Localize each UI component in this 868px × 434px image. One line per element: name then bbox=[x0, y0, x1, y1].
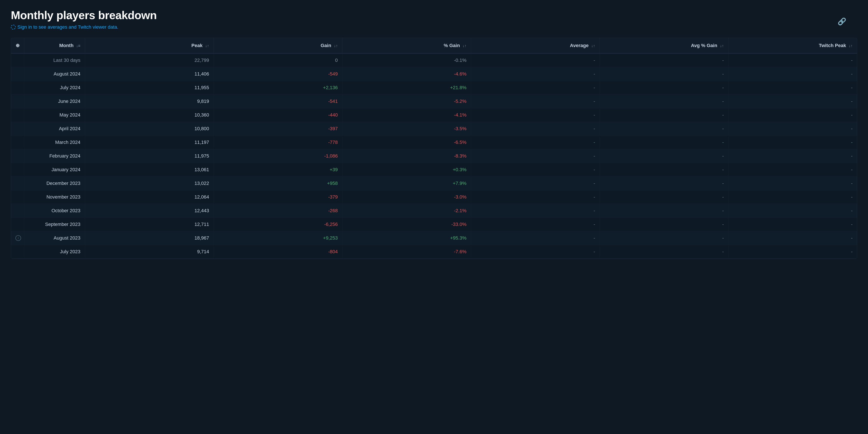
page-wrapper: Monthly players breakdown Sign in to see… bbox=[11, 9, 857, 259]
row-pct-gain: -3.5% bbox=[342, 122, 471, 135]
row-pct-gain: +7.9% bbox=[342, 177, 471, 190]
row-icon-cell bbox=[11, 163, 24, 177]
row-peak: 11,955 bbox=[85, 81, 214, 95]
row-pct-gain: -8.3% bbox=[342, 149, 471, 163]
col-gain[interactable]: Gain ↓↑ bbox=[214, 38, 342, 53]
col-pct-gain[interactable]: % Gain ↓↑ bbox=[342, 38, 471, 53]
row-twitch-peak: - bbox=[728, 81, 857, 95]
table-row: September 202312,711-6,256-33.0%--- bbox=[11, 218, 857, 231]
table-row: Last 30 days22,7990-0.1%--- bbox=[11, 53, 857, 67]
row-avg-pct-gain: - bbox=[599, 245, 728, 259]
col-month-label: Month bbox=[59, 43, 73, 48]
col-pct-gain-label: % Gain bbox=[444, 43, 460, 48]
col-peak[interactable]: Peak ↓↑ bbox=[85, 38, 214, 53]
row-icon-cell bbox=[11, 135, 24, 149]
table-row: March 202411,197-778-6.5%--- bbox=[11, 135, 857, 149]
row-icon-cell bbox=[11, 122, 24, 135]
sign-in-notice: Sign in to see averages and Twitch viewe… bbox=[11, 24, 857, 30]
row-pct-gain: -7.6% bbox=[342, 245, 471, 259]
row-icon-cell bbox=[11, 204, 24, 218]
row-month: October 2023 bbox=[24, 204, 85, 218]
row-average: - bbox=[471, 122, 599, 135]
col-twitch-peak[interactable]: Twitch Peak ↓↑ bbox=[728, 38, 857, 53]
row-month: March 2024 bbox=[24, 135, 85, 149]
row-gain: -397 bbox=[214, 122, 342, 135]
col-peak-sort-icon: ↓↑ bbox=[205, 43, 209, 48]
row-icon-cell bbox=[11, 245, 24, 259]
row-twitch-peak: - bbox=[728, 135, 857, 149]
row-average: - bbox=[471, 67, 599, 81]
row-avg-pct-gain: - bbox=[599, 177, 728, 190]
row-avg-pct-gain: - bbox=[599, 135, 728, 149]
row-twitch-peak: - bbox=[728, 245, 857, 259]
row-icon-cell bbox=[11, 218, 24, 231]
row-pct-gain: -33.0% bbox=[342, 218, 471, 231]
row-twitch-peak: - bbox=[728, 53, 857, 67]
row-peak: 11,197 bbox=[85, 135, 214, 149]
table-row: June 20249,819-541-5.2%--- bbox=[11, 95, 857, 108]
row-icon-cell bbox=[11, 108, 24, 122]
row-icon-cell bbox=[11, 177, 24, 190]
col-pct-gain-sort-icon: ↓↑ bbox=[463, 43, 467, 48]
row-avg-pct-gain: - bbox=[599, 81, 728, 95]
row-pct-gain: +0.3% bbox=[342, 163, 471, 177]
row-month: July 2023 bbox=[24, 245, 85, 259]
row-twitch-peak: - bbox=[728, 204, 857, 218]
row-month: July 2024 bbox=[24, 81, 85, 95]
row-pct-gain: -6.5% bbox=[342, 135, 471, 149]
row-peak: 22,799 bbox=[85, 53, 214, 67]
table-header-row: ⊕ Month ↓≡ Peak ↓↑ Gain ↓↑ % bbox=[11, 38, 857, 53]
row-peak: 11,406 bbox=[85, 67, 214, 81]
row-average: - bbox=[471, 108, 599, 122]
col-average[interactable]: Average ↓↑ bbox=[471, 38, 599, 53]
table-row: December 202313,022+958+7.9%--- bbox=[11, 177, 857, 190]
row-month: September 2023 bbox=[24, 218, 85, 231]
row-icon-cell bbox=[11, 190, 24, 204]
row-gain: +958 bbox=[214, 177, 342, 190]
row-pct-gain: -0.1% bbox=[342, 53, 471, 67]
row-month: August 2024 bbox=[24, 67, 85, 81]
table-row: November 202312,064-379-3.0%--- bbox=[11, 190, 857, 204]
row-avg-pct-gain: - bbox=[599, 122, 728, 135]
col-month[interactable]: Month ↓≡ bbox=[24, 38, 85, 53]
row-peak: 18,967 bbox=[85, 231, 214, 245]
row-peak: 10,360 bbox=[85, 108, 214, 122]
row-gain: -541 bbox=[214, 95, 342, 108]
col-avg-pct-gain[interactable]: Avg % Gain ↓↑ bbox=[599, 38, 728, 53]
row-gain: -440 bbox=[214, 108, 342, 122]
row-average: - bbox=[471, 95, 599, 108]
row-twitch-peak: - bbox=[728, 122, 857, 135]
row-average: - bbox=[471, 177, 599, 190]
row-avg-pct-gain: - bbox=[599, 67, 728, 81]
row-average: - bbox=[471, 231, 599, 245]
row-month: January 2024 bbox=[24, 163, 85, 177]
row-peak: 13,022 bbox=[85, 177, 214, 190]
row-gain: -379 bbox=[214, 190, 342, 204]
table-row: July 20239,714-804-7.6%--- bbox=[11, 245, 857, 259]
row-peak: 12,443 bbox=[85, 204, 214, 218]
row-avg-pct-gain: - bbox=[599, 163, 728, 177]
row-avg-pct-gain: - bbox=[599, 231, 728, 245]
row-avg-pct-gain: - bbox=[599, 190, 728, 204]
table-row: May 202410,360-440-4.1%--- bbox=[11, 108, 857, 122]
row-peak: 10,800 bbox=[85, 122, 214, 135]
row-pct-gain: +95.3% bbox=[342, 231, 471, 245]
sign-in-text[interactable]: Sign in to see averages and Twitch viewe… bbox=[18, 24, 119, 30]
row-pct-gain: -3.0% bbox=[342, 190, 471, 204]
row-twitch-peak: - bbox=[728, 218, 857, 231]
row-month: February 2024 bbox=[24, 149, 85, 163]
row-twitch-peak: - bbox=[728, 149, 857, 163]
info-icon: i bbox=[16, 235, 21, 241]
row-gain: -268 bbox=[214, 204, 342, 218]
col-peak-label: Peak bbox=[191, 43, 203, 48]
row-icon-cell bbox=[11, 95, 24, 108]
row-icon-cell bbox=[11, 81, 24, 95]
col-drag[interactable]: ⊕ bbox=[11, 38, 24, 53]
link-icon[interactable]: 🔗 bbox=[838, 18, 846, 26]
row-twitch-peak: - bbox=[728, 231, 857, 245]
row-average: - bbox=[471, 163, 599, 177]
row-average: - bbox=[471, 149, 599, 163]
row-avg-pct-gain: - bbox=[599, 149, 728, 163]
row-icon-cell: i bbox=[11, 231, 24, 245]
row-gain: -778 bbox=[214, 135, 342, 149]
